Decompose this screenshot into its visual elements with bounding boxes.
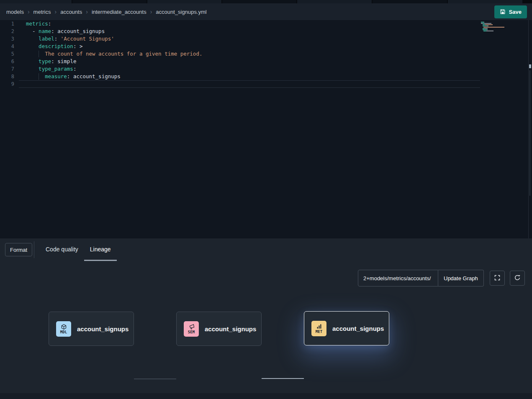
lineage-node-met[interactable]: METaccount_signups: [304, 311, 389, 345]
footer-strip: [0, 393, 532, 399]
code-text: type_params:: [19, 65, 480, 73]
code-text: [19, 80, 480, 88]
editor-tab[interactable]: [147, 0, 221, 3]
code-line[interactable]: 4 description: >: [0, 43, 532, 50]
node-label: account_signups: [205, 325, 256, 332]
app-root: models›metrics›accounts›intermediate_acc…: [0, 0, 532, 399]
lineage-canvas[interactable]: MDLaccount_signupsSEMaccount_signupsMETa…: [0, 289, 532, 393]
editor-tab[interactable]: [72, 0, 146, 3]
lineage-selector-input[interactable]: [358, 270, 438, 286]
editor-tab[interactable]: [448, 0, 522, 3]
line-number: 2: [0, 28, 14, 35]
code-text: type: simple: [19, 58, 480, 65]
panel-header-divider: [34, 241, 34, 258]
semantic-model-icon: SEM: [184, 321, 199, 337]
indent-guide: [39, 51, 39, 57]
line-number: 5: [0, 50, 14, 58]
lineage-selector-group: Update Graph: [358, 270, 484, 286]
code-line[interactable]: 8 measure: account_signups: [0, 73, 532, 80]
code-line[interactable]: 3 label: 'Account Signups': [0, 35, 532, 43]
lineage-node-mdl[interactable]: MDLaccount_signups: [49, 312, 134, 346]
line-number: 7: [0, 65, 14, 73]
code-lines: 1metrics:2 - name: account_signups3 labe…: [0, 20, 532, 88]
breadcrumb-item[interactable]: intermediate_accounts: [92, 9, 146, 15]
editor-tab[interactable]: [0, 0, 72, 3]
bottom-panel: Format Code qualityLineage Update Graph …: [0, 238, 532, 399]
code-line[interactable]: 2 - name: account_signups: [0, 28, 532, 35]
fullscreen-icon: [494, 274, 501, 282]
format-button[interactable]: Format: [5, 243, 32, 256]
node-label: account_signups: [77, 325, 129, 332]
minimap[interactable]: [481, 22, 507, 33]
chevron-right-icon: ›: [54, 8, 57, 15]
refresh-icon: [514, 274, 521, 282]
scrollbar-thumb[interactable]: [529, 70, 530, 196]
line-number: 9: [0, 80, 14, 88]
editor-tabs-strip: [0, 0, 532, 3]
save-icon: [500, 9, 506, 15]
refresh-button[interactable]: [510, 271, 525, 286]
fullscreen-button[interactable]: [490, 271, 505, 286]
metric-icon: MET: [311, 321, 326, 336]
editor-scrollbar[interactable]: [528, 20, 532, 238]
lineage-node-sem[interactable]: SEMaccount_signups: [176, 312, 262, 346]
editor-tab[interactable]: [297, 0, 372, 3]
editor-tab[interactable]: [222, 0, 296, 3]
line-number: 8: [0, 73, 14, 80]
code-line[interactable]: 1metrics:: [0, 20, 532, 28]
panel-tabs: Code qualityLineage: [40, 238, 117, 261]
breadcrumb-item[interactable]: metrics: [33, 9, 51, 15]
code-text: description: >: [19, 43, 480, 50]
line-number: 1: [0, 20, 14, 28]
tab-lineage[interactable]: Lineage: [84, 238, 117, 261]
code-editor[interactable]: 1metrics:2 - name: account_signups3 labe…: [0, 20, 532, 238]
chevron-right-icon: ›: [28, 8, 30, 15]
code-text: metrics:: [19, 20, 480, 28]
line-number: 6: [0, 58, 14, 65]
breadcrumb-bar: models›metrics›accounts›intermediate_acc…: [0, 3, 532, 20]
code-line[interactable]: 6 type: simple: [0, 58, 532, 65]
code-text: measure: account_signups: [19, 73, 480, 80]
chevron-right-icon: ›: [150, 8, 152, 15]
breadcrumb-item[interactable]: account_signups.yml: [156, 9, 206, 15]
breadcrumb: models›metrics›accounts›intermediate_acc…: [6, 8, 207, 15]
lineage-edge: [262, 378, 304, 379]
lineage-edge: [134, 379, 176, 379]
code-text: - name: account_signups: [19, 28, 480, 35]
model-icon: MDL: [56, 321, 71, 337]
node-label: account_signups: [332, 325, 384, 332]
code-line[interactable]: 7 type_params:: [0, 65, 532, 73]
tab-code-quality[interactable]: Code quality: [40, 238, 84, 261]
editor-tab[interactable]: [373, 0, 447, 3]
code-text: The count of new accounts for a given ti…: [19, 50, 480, 58]
breadcrumb-item[interactable]: accounts: [60, 9, 82, 15]
code-line[interactable]: 5 The count of new accounts for a given …: [0, 50, 532, 58]
code-line[interactable]: 9: [0, 80, 532, 88]
update-graph-button[interactable]: Update Graph: [438, 270, 484, 286]
code-text: label: 'Account Signups': [19, 35, 480, 43]
line-number: 4: [0, 43, 14, 50]
indent-guide: [39, 73, 39, 80]
breadcrumb-item[interactable]: models: [6, 9, 24, 15]
scroll-position-marker: [529, 64, 531, 68]
save-button[interactable]: Save: [494, 5, 527, 18]
save-label: Save: [509, 9, 522, 15]
line-number: 3: [0, 35, 14, 43]
chevron-right-icon: ›: [86, 8, 88, 15]
